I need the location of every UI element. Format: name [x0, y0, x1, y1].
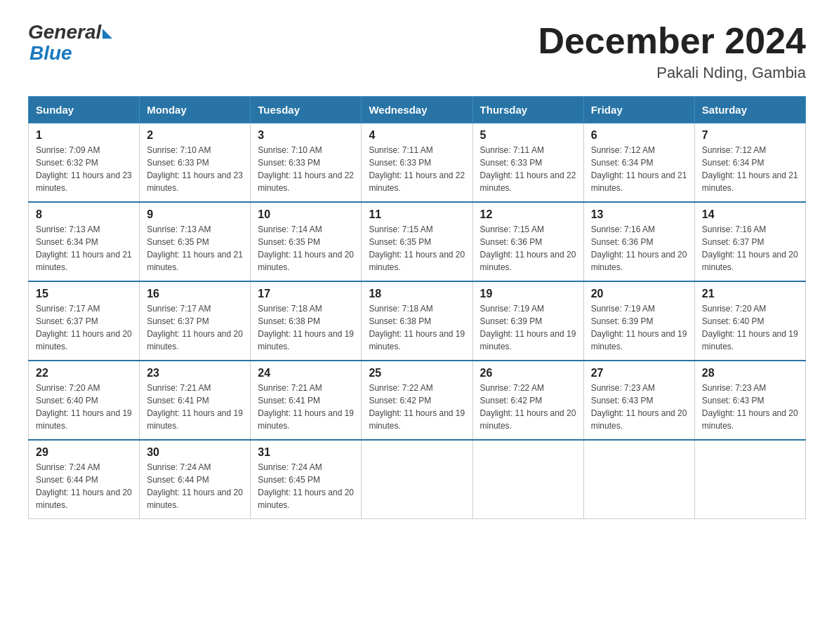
calendar-cell: 21 Sunrise: 7:20 AM Sunset: 6:40 PM Dayl… — [694, 281, 805, 361]
calendar-cell: 5 Sunrise: 7:11 AM Sunset: 6:33 PM Dayli… — [472, 123, 583, 203]
calendar-cell — [472, 440, 583, 519]
day-info: Sunrise: 7:10 AM Sunset: 6:33 PM Dayligh… — [147, 144, 243, 194]
calendar-week-row-5: 29 Sunrise: 7:24 AM Sunset: 6:44 PM Dayl… — [29, 440, 806, 519]
calendar-cell: 18 Sunrise: 7:18 AM Sunset: 6:38 PM Dayl… — [362, 281, 472, 361]
calendar-cell: 25 Sunrise: 7:22 AM Sunset: 6:42 PM Dayl… — [362, 361, 472, 440]
day-info: Sunrise: 7:20 AM Sunset: 6:40 PM Dayligh… — [36, 382, 132, 432]
calendar-cell: 20 Sunrise: 7:19 AM Sunset: 6:39 PM Dayl… — [583, 281, 694, 361]
calendar-cell: 6 Sunrise: 7:12 AM Sunset: 6:34 PM Dayli… — [583, 123, 694, 203]
day-info: Sunrise: 7:16 AM Sunset: 6:36 PM Dayligh… — [591, 223, 687, 274]
calendar-cell: 17 Sunrise: 7:18 AM Sunset: 6:38 PM Dayl… — [251, 281, 362, 361]
calendar-cell: 24 Sunrise: 7:21 AM Sunset: 6:41 PM Dayl… — [251, 361, 362, 440]
day-number: 8 — [36, 208, 132, 221]
calendar-cell: 28 Sunrise: 7:23 AM Sunset: 6:43 PM Dayl… — [694, 361, 805, 440]
day-info: Sunrise: 7:13 AM Sunset: 6:35 PM Dayligh… — [147, 223, 243, 274]
header-sunday: Sunday — [29, 97, 140, 123]
day-number: 23 — [147, 367, 243, 380]
day-info: Sunrise: 7:11 AM Sunset: 6:33 PM Dayligh… — [369, 144, 465, 194]
day-number: 28 — [702, 367, 798, 380]
calendar-cell: 12 Sunrise: 7:15 AM Sunset: 6:36 PM Dayl… — [472, 202, 583, 281]
header-saturday: Saturday — [694, 97, 805, 123]
calendar-cell: 4 Sunrise: 7:11 AM Sunset: 6:33 PM Dayli… — [362, 123, 472, 203]
day-number: 30 — [147, 446, 243, 459]
weekday-header-row: Sunday Monday Tuesday Wednesday Thursday… — [29, 97, 806, 123]
day-info: Sunrise: 7:13 AM Sunset: 6:34 PM Dayligh… — [36, 223, 132, 274]
day-info: Sunrise: 7:17 AM Sunset: 6:37 PM Dayligh… — [36, 302, 132, 353]
day-number: 7 — [702, 129, 798, 142]
day-number: 29 — [36, 446, 132, 459]
day-number: 9 — [147, 208, 243, 221]
day-info: Sunrise: 7:16 AM Sunset: 6:37 PM Dayligh… — [702, 223, 798, 274]
day-number: 22 — [36, 367, 132, 380]
day-number: 17 — [258, 288, 354, 300]
day-info: Sunrise: 7:20 AM Sunset: 6:40 PM Dayligh… — [702, 302, 798, 353]
calendar-cell: 16 Sunrise: 7:17 AM Sunset: 6:37 PM Dayl… — [140, 281, 251, 361]
day-info: Sunrise: 7:21 AM Sunset: 6:41 PM Dayligh… — [147, 382, 243, 432]
day-number: 11 — [369, 208, 465, 221]
calendar-cell — [362, 440, 472, 519]
calendar-week-row-3: 15 Sunrise: 7:17 AM Sunset: 6:37 PM Dayl… — [29, 281, 806, 361]
day-number: 24 — [258, 367, 354, 380]
header-monday: Monday — [140, 97, 251, 123]
day-number: 20 — [591, 288, 687, 300]
logo-blue-text: Blue — [29, 43, 112, 63]
day-info: Sunrise: 7:24 AM Sunset: 6:44 PM Dayligh… — [147, 461, 243, 511]
header-wednesday: Wednesday — [362, 97, 472, 123]
calendar-week-row-1: 1 Sunrise: 7:09 AM Sunset: 6:32 PM Dayli… — [29, 123, 806, 203]
day-info: Sunrise: 7:09 AM Sunset: 6:32 PM Dayligh… — [36, 144, 132, 194]
day-number: 19 — [480, 288, 576, 300]
calendar-cell: 29 Sunrise: 7:24 AM Sunset: 6:44 PM Dayl… — [29, 440, 140, 519]
day-number: 3 — [258, 129, 354, 142]
calendar-table: Sunday Monday Tuesday Wednesday Thursday… — [28, 96, 806, 519]
day-number: 10 — [258, 208, 354, 221]
header-thursday: Thursday — [472, 97, 583, 123]
calendar-cell: 23 Sunrise: 7:21 AM Sunset: 6:41 PM Dayl… — [140, 361, 251, 440]
day-info: Sunrise: 7:23 AM Sunset: 6:43 PM Dayligh… — [702, 382, 798, 432]
day-info: Sunrise: 7:24 AM Sunset: 6:45 PM Dayligh… — [258, 461, 354, 511]
calendar-cell: 1 Sunrise: 7:09 AM Sunset: 6:32 PM Dayli… — [29, 123, 140, 203]
day-info: Sunrise: 7:10 AM Sunset: 6:33 PM Dayligh… — [258, 144, 354, 194]
day-info: Sunrise: 7:11 AM Sunset: 6:33 PM Dayligh… — [480, 144, 576, 194]
day-info: Sunrise: 7:22 AM Sunset: 6:42 PM Dayligh… — [369, 382, 465, 432]
day-info: Sunrise: 7:22 AM Sunset: 6:42 PM Dayligh… — [480, 382, 576, 432]
day-number: 21 — [702, 288, 798, 300]
day-info: Sunrise: 7:17 AM Sunset: 6:37 PM Dayligh… — [147, 302, 243, 353]
calendar-cell: 31 Sunrise: 7:24 AM Sunset: 6:45 PM Dayl… — [251, 440, 362, 519]
day-info: Sunrise: 7:12 AM Sunset: 6:34 PM Dayligh… — [591, 144, 687, 194]
calendar-cell: 15 Sunrise: 7:17 AM Sunset: 6:37 PM Dayl… — [29, 281, 140, 361]
day-number: 4 — [369, 129, 465, 142]
day-info: Sunrise: 7:18 AM Sunset: 6:38 PM Dayligh… — [258, 302, 354, 353]
logo-general-text: General — [28, 21, 101, 43]
day-info: Sunrise: 7:21 AM Sunset: 6:41 PM Dayligh… — [258, 382, 354, 432]
title-section: December 2024 Pakali Nding, Gambia — [538, 21, 806, 82]
day-number: 25 — [369, 367, 465, 380]
calendar-cell: 30 Sunrise: 7:24 AM Sunset: 6:44 PM Dayl… — [140, 440, 251, 519]
calendar-cell — [583, 440, 694, 519]
calendar-cell: 27 Sunrise: 7:23 AM Sunset: 6:43 PM Dayl… — [583, 361, 694, 440]
day-info: Sunrise: 7:14 AM Sunset: 6:35 PM Dayligh… — [258, 223, 354, 274]
calendar-cell: 2 Sunrise: 7:10 AM Sunset: 6:33 PM Dayli… — [140, 123, 251, 203]
calendar-cell: 9 Sunrise: 7:13 AM Sunset: 6:35 PM Dayli… — [140, 202, 251, 281]
calendar-cell: 3 Sunrise: 7:10 AM Sunset: 6:33 PM Dayli… — [251, 123, 362, 203]
day-number: 15 — [36, 288, 132, 300]
calendar-subtitle: Pakali Nding, Gambia — [538, 64, 806, 82]
calendar-cell: 22 Sunrise: 7:20 AM Sunset: 6:40 PM Dayl… — [29, 361, 140, 440]
calendar-cell: 13 Sunrise: 7:16 AM Sunset: 6:36 PM Dayl… — [583, 202, 694, 281]
day-info: Sunrise: 7:19 AM Sunset: 6:39 PM Dayligh… — [591, 302, 687, 353]
day-info: Sunrise: 7:18 AM Sunset: 6:38 PM Dayligh… — [369, 302, 465, 353]
calendar-week-row-4: 22 Sunrise: 7:20 AM Sunset: 6:40 PM Dayl… — [29, 361, 806, 440]
logo-triangle-icon — [102, 29, 112, 39]
calendar-cell: 26 Sunrise: 7:22 AM Sunset: 6:42 PM Dayl… — [472, 361, 583, 440]
day-number: 5 — [480, 129, 576, 142]
day-number: 16 — [147, 288, 243, 300]
header-tuesday: Tuesday — [251, 97, 362, 123]
day-info: Sunrise: 7:15 AM Sunset: 6:36 PM Dayligh… — [480, 223, 576, 274]
day-number: 31 — [258, 446, 354, 459]
calendar-cell: 19 Sunrise: 7:19 AM Sunset: 6:39 PM Dayl… — [472, 281, 583, 361]
calendar-title: December 2024 — [538, 21, 806, 61]
page-header: General Blue December 2024 Pakali Nding,… — [28, 21, 806, 82]
day-info: Sunrise: 7:24 AM Sunset: 6:44 PM Dayligh… — [36, 461, 132, 511]
day-info: Sunrise: 7:15 AM Sunset: 6:35 PM Dayligh… — [369, 223, 465, 274]
day-info: Sunrise: 7:19 AM Sunset: 6:39 PM Dayligh… — [480, 302, 576, 353]
day-number: 12 — [480, 208, 576, 221]
